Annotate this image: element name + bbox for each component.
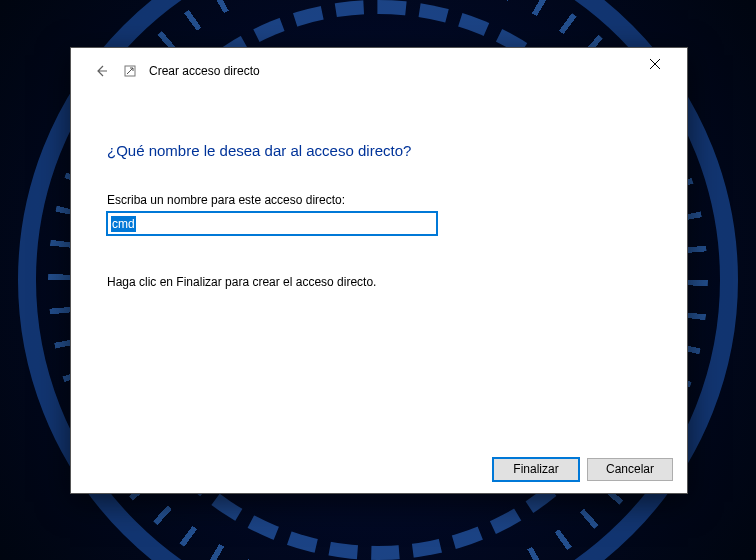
close-icon xyxy=(649,58,661,70)
shortcut-name-label: Escriba un nombre para este acceso direc… xyxy=(107,193,651,207)
shortcut-name-value: cmd xyxy=(111,216,136,232)
dialog-body: ¿Qué nombre le desea dar al acceso direc… xyxy=(71,94,687,445)
hint-text: Haga clic en Finalizar para crear el acc… xyxy=(107,275,651,289)
page-heading: ¿Qué nombre le desea dar al acceso direc… xyxy=(107,142,651,159)
shortcut-name-input[interactable]: cmd xyxy=(107,212,437,235)
finish-button[interactable]: Finalizar xyxy=(493,458,579,481)
dialog-footer: Finalizar Cancelar xyxy=(71,445,687,493)
create-shortcut-dialog: Crear acceso directo ¿Qué nombre le dese… xyxy=(70,47,688,494)
back-button[interactable] xyxy=(89,59,113,83)
dialog-header: Crear acceso directo xyxy=(71,48,687,94)
cancel-button[interactable]: Cancelar xyxy=(587,458,673,481)
back-arrow-icon xyxy=(93,63,109,79)
shortcut-icon xyxy=(123,64,137,78)
dialog-title: Crear acceso directo xyxy=(149,64,260,78)
close-button[interactable] xyxy=(633,49,677,79)
